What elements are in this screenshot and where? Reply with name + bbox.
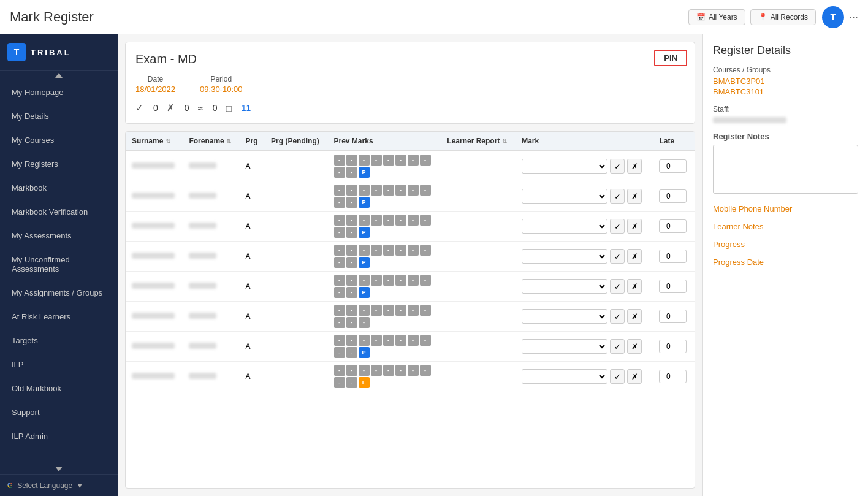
forename-blur [189,283,216,289]
mark-box: - [420,155,431,166]
table-row: A - - - - - - - - - - L [126,362,695,392]
sidebar-scroll-down[interactable] [0,464,118,474]
all-years-button[interactable]: 📅 All Years [688,9,745,25]
learner-notes-link[interactable]: Learner Notes [713,222,858,231]
sidebar-item-my-assessments[interactable]: My Assessments [0,224,118,248]
mark-box: - [334,305,345,316]
sidebar-item-markbook-verification[interactable]: Markbook Verification [0,200,118,224]
mark-clear-button[interactable]: ✗ [627,249,642,264]
prg-pending-cell [265,181,327,212]
mark-box: - [334,347,345,358]
prev-marks-cell: - - - - - - - - - - P [328,332,441,362]
table-row: A - - - - - - - - - - P [126,332,695,362]
mark-clear-button[interactable]: ✗ [627,159,642,174]
select-language[interactable]: G Select Language ▼ [7,481,110,490]
mark-box: - [346,155,357,166]
progress-link[interactable]: Progress [713,240,858,249]
late-input[interactable] [659,340,687,353]
course2-link[interactable]: BMABTC3101 [713,87,858,96]
table-row: A - - - - - - - - - - P [126,181,695,212]
sidebar-item-ilp-admin[interactable]: ILP Admin [0,424,118,448]
mark-clear-button[interactable]: ✗ [627,279,642,294]
surname-cell [126,242,183,272]
forename-cell [183,181,239,212]
mark-box: - [346,347,357,358]
sidebar-item-support[interactable]: Support [0,400,118,424]
mobile-phone-link[interactable]: Mobile Phone Number [713,204,858,213]
sidebar-item-my-courses[interactable]: My Courses [0,128,118,152]
mark-box-p: P [359,197,370,208]
mark-actions: ✓ ✗ [522,339,647,354]
mark-select[interactable] [522,189,607,204]
sidebar-item-my-homepage[interactable]: My Homepage [0,80,118,104]
all-records-button[interactable]: 📍 All Records [750,9,816,25]
mark-clear-button[interactable]: ✗ [627,309,642,324]
marks-row-top: - - - - - - - - [334,335,435,346]
late-input[interactable] [659,159,687,173]
all-records-label: All Records [771,13,808,21]
col-prg-pending[interactable]: Prg (Pending) [265,132,327,151]
sidebar-scroll-up[interactable] [0,71,118,80]
sidebar-item-my-assignments-groups[interactable]: My Assignments / Groups [0,281,118,305]
late-cell [653,362,695,392]
mark-box: - [334,167,345,178]
mark-clear-button[interactable]: ✗ [627,189,642,204]
mark-select[interactable] [522,279,607,294]
mark-confirm-button[interactable]: ✓ [610,279,625,294]
forename-blur [189,343,216,349]
mark-confirm-button[interactable]: ✓ [610,219,625,234]
sidebar-item-my-registers[interactable]: My Registers [0,152,118,176]
late-input[interactable] [659,310,687,323]
mark-confirm-button[interactable]: ✓ [610,159,625,174]
header-more-icon[interactable]: ··· [849,10,858,23]
sidebar-item-targets[interactable]: Targets [0,329,118,353]
user-avatar[interactable]: T [822,6,844,28]
mark-select[interactable] [522,339,607,354]
course1-link[interactable]: BMABTC3P01 [713,77,858,86]
pin-button[interactable]: PIN [654,50,687,66]
mark-select[interactable] [522,159,607,174]
sidebar-item-my-unconfirmed-assessments[interactable]: My Unconfirmed Assessments [0,248,118,281]
mark-select[interactable] [522,309,607,324]
sidebar-item-old-markbook[interactable]: Old Markbook [0,376,118,400]
late-input[interactable] [659,219,687,233]
col-learner-report[interactable]: Learner Report ⇅ [441,132,516,151]
late-input[interactable] [659,250,687,263]
sidebar-item-ilp[interactable]: ILP [0,353,118,376]
sidebar-item-at-risk-learners[interactable]: At Risk Learners [0,305,118,329]
late-input[interactable] [659,280,687,293]
mark-select[interactable] [522,249,607,264]
mark-clear-button[interactable]: ✗ [627,339,642,354]
mark-clear-button[interactable]: ✗ [627,219,642,234]
sidebar-item-markbook[interactable]: Markbook [0,176,118,200]
mark-confirm-button[interactable]: ✓ [610,249,625,264]
mark-box: - [420,185,431,196]
mark-box: - [334,365,345,376]
late-cell [653,181,695,212]
col-prg[interactable]: Prg [240,132,265,151]
mark-confirm-button[interactable]: ✓ [610,369,625,384]
sidebar: T TRIBAL My Homepage My Details My Cours… [0,34,118,496]
col-forename[interactable]: Forename ⇅ [183,132,239,151]
mark-select[interactable] [522,369,607,384]
mark-confirm-button[interactable]: ✓ [610,309,625,324]
late-input[interactable] [659,370,687,383]
mark-box: - [395,305,406,316]
col-surname[interactable]: Surname ⇅ [126,132,183,151]
late-input[interactable] [659,189,687,203]
progress-date-link[interactable]: Progress Date [713,258,858,267]
sidebar-item-my-details[interactable]: My Details [0,104,118,128]
mark-clear-button[interactable]: ✗ [627,369,642,384]
mark-box: - [346,215,357,226]
prev-marks-wrapper: - - - - - - - - - - P [334,215,435,238]
marks-row-bottom: - - P [334,287,435,298]
mark-confirm-button[interactable]: ✓ [610,339,625,354]
prg-cell: A [240,242,265,272]
forename-blur [189,373,216,379]
learner-report-cell [441,212,516,242]
mark-select[interactable] [522,219,607,234]
mark-box: - [383,305,394,316]
exam-title: Exam - MD [135,52,685,66]
register-notes-textarea[interactable] [713,145,858,194]
mark-confirm-button[interactable]: ✓ [610,189,625,204]
